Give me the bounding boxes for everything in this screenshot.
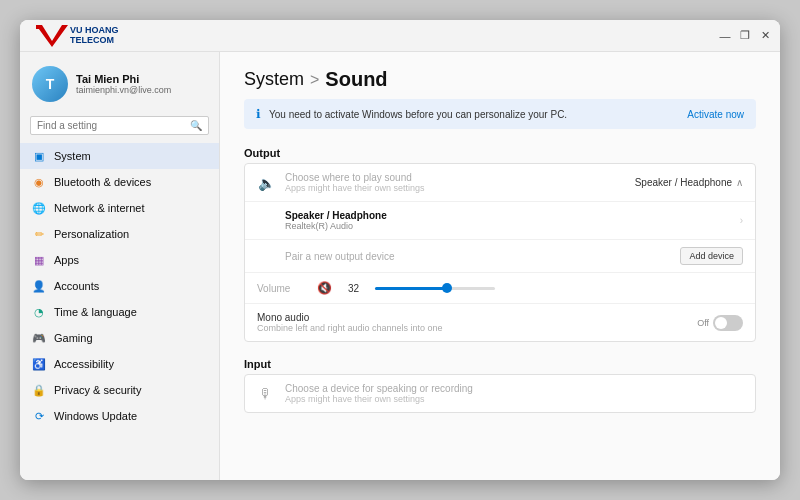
toggle-thumb	[715, 317, 727, 329]
sidebar: T Tai Mien Phi taimienphi.vn@live.com 🔍 …	[20, 52, 220, 480]
privacy-icon: 🔒	[32, 383, 46, 397]
volume-label: Volume	[257, 283, 307, 294]
sidebar-item-accounts[interactable]: 👤 Accounts	[20, 273, 219, 299]
user-name: Tai Mien Phi	[76, 73, 171, 85]
search-input[interactable]	[37, 120, 190, 131]
minimize-button[interactable]: —	[718, 29, 732, 43]
input-section-title: Input	[220, 352, 780, 374]
breadcrumb: System > Sound	[220, 52, 780, 99]
info-icon: ℹ	[256, 107, 261, 121]
device-info: Speaker / Headphone Realtek(R) Audio	[285, 210, 740, 231]
activation-banner: ℹ You need to activate Windows before yo…	[244, 99, 756, 129]
logo-icon	[36, 25, 68, 47]
bluetooth-icon: ◉	[32, 175, 46, 189]
apps-icon: ▦	[32, 253, 46, 267]
speaker-headphone-device[interactable]: Speaker / Headphone Realtek(R) Audio ›	[245, 201, 755, 239]
update-icon: ⟳	[32, 409, 46, 423]
user-section: T Tai Mien Phi taimienphi.vn@live.com	[20, 56, 219, 112]
search-box[interactable]: 🔍	[30, 116, 209, 135]
mono-info: Mono audio Combine left and right audio …	[257, 312, 687, 333]
user-info: Tai Mien Phi taimienphi.vn@live.com	[76, 73, 171, 95]
sidebar-item-personalization[interactable]: ✏ Personalization	[20, 221, 219, 247]
sidebar-item-gaming-label: Gaming	[54, 332, 93, 344]
breadcrumb-current: Sound	[325, 68, 387, 91]
title-bar: VU HOANG TELECOM — ❐ ✕	[20, 20, 780, 52]
time-icon: ◔	[32, 305, 46, 319]
add-device-button[interactable]: Add device	[680, 247, 743, 265]
user-email: taimienphi.vn@live.com	[76, 85, 171, 95]
device-sub: Realtek(R) Audio	[285, 221, 740, 231]
volume-slider-thumb	[442, 283, 452, 293]
choose-output-label: Choose where to play sound Apps might ha…	[285, 172, 625, 193]
sidebar-item-network-label: Network & internet	[54, 202, 144, 214]
device-chevron-icon: ›	[740, 215, 743, 226]
sidebar-item-accessibility-label: Accessibility	[54, 358, 114, 370]
choose-output-row: 🔈 Choose where to play sound Apps might …	[245, 164, 755, 201]
title-bar-controls: — ❐ ✕	[718, 29, 772, 43]
avatar: T	[32, 66, 68, 102]
settings-window: VU HOANG TELECOM — ❐ ✕ T Tai Mien Phi ta…	[20, 20, 780, 480]
speaker-icon: 🔈	[257, 175, 275, 191]
network-icon: 🌐	[32, 201, 46, 215]
mute-icon[interactable]: 🔇	[317, 281, 332, 295]
sidebar-item-apps-label: Apps	[54, 254, 79, 266]
toggle-track[interactable]	[713, 315, 743, 331]
main-panel: System > Sound ℹ You need to activate Wi…	[220, 52, 780, 480]
sidebar-item-system[interactable]: ▣ System	[20, 143, 219, 169]
input-section: Input 🎙 Choose a device for speaking or …	[220, 352, 780, 421]
volume-slider[interactable]	[375, 287, 495, 290]
main-content: T Tai Mien Phi taimienphi.vn@live.com 🔍 …	[20, 52, 780, 480]
sidebar-item-accounts-label: Accounts	[54, 280, 99, 292]
sidebar-item-update-label: Windows Update	[54, 410, 137, 422]
output-sound-row: 🔈 Choose where to play sound Apps might …	[244, 163, 756, 342]
breadcrumb-parent: System	[244, 69, 304, 90]
sidebar-item-apps[interactable]: ▦ Apps	[20, 247, 219, 273]
close-button[interactable]: ✕	[758, 29, 772, 43]
volume-slider-fill	[375, 287, 447, 290]
svg-rect-1	[36, 25, 42, 29]
sidebar-item-bluetooth[interactable]: ◉ Bluetooth & devices	[20, 169, 219, 195]
restore-button[interactable]: ❐	[738, 29, 752, 43]
choose-input-label: Choose a device for speaking or recordin…	[285, 383, 743, 404]
sidebar-item-time[interactable]: ◔ Time & language	[20, 299, 219, 325]
chevron-up-icon: ∧	[736, 177, 743, 188]
sidebar-item-update[interactable]: ⟳ Windows Update	[20, 403, 219, 429]
output-section-title: Output	[220, 141, 780, 163]
sidebar-item-privacy-label: Privacy & security	[54, 384, 141, 396]
gaming-icon: 🎮	[32, 331, 46, 345]
system-icon: ▣	[32, 149, 46, 163]
current-output-device: Speaker / Headphone ∧	[635, 177, 743, 188]
mono-name: Mono audio	[257, 312, 687, 323]
input-sound-row: 🎙 Choose a device for speaking or record…	[244, 374, 756, 413]
volume-row: Volume 🔇 32	[245, 272, 755, 303]
logo: VU HOANG TELECOM	[28, 25, 119, 47]
mono-toggle[interactable]: Off	[697, 315, 743, 331]
personalization-icon: ✏	[32, 227, 46, 241]
mono-audio-row: Mono audio Combine left and right audio …	[245, 303, 755, 341]
logo-text: VU HOANG TELECOM	[70, 26, 119, 46]
device-name: Speaker / Headphone	[285, 210, 740, 221]
mic-icon: 🎙	[257, 386, 275, 402]
sidebar-item-privacy[interactable]: 🔒 Privacy & security	[20, 377, 219, 403]
sidebar-item-bluetooth-label: Bluetooth & devices	[54, 176, 151, 188]
sidebar-item-accessibility[interactable]: ♿ Accessibility	[20, 351, 219, 377]
pair-device-row: Pair a new output device Add device	[245, 239, 755, 272]
sidebar-item-gaming[interactable]: 🎮 Gaming	[20, 325, 219, 351]
accessibility-icon: ♿	[32, 357, 46, 371]
sidebar-item-time-label: Time & language	[54, 306, 137, 318]
activation-message: You need to activate Windows before you …	[269, 109, 567, 120]
pair-label: Pair a new output device	[285, 251, 670, 262]
search-icon: 🔍	[190, 120, 202, 131]
toggle-label: Off	[697, 318, 709, 328]
sidebar-item-network[interactable]: 🌐 Network & internet	[20, 195, 219, 221]
volume-number: 32	[348, 283, 359, 294]
sidebar-item-personalization-label: Personalization	[54, 228, 129, 240]
mono-sub: Combine left and right audio channels in…	[257, 323, 687, 333]
choose-input-row: 🎙 Choose a device for speaking or record…	[245, 375, 755, 412]
breadcrumb-separator: >	[310, 71, 319, 89]
accounts-icon: 👤	[32, 279, 46, 293]
activate-now-link[interactable]: Activate now	[687, 109, 744, 120]
sidebar-item-system-label: System	[54, 150, 91, 162]
